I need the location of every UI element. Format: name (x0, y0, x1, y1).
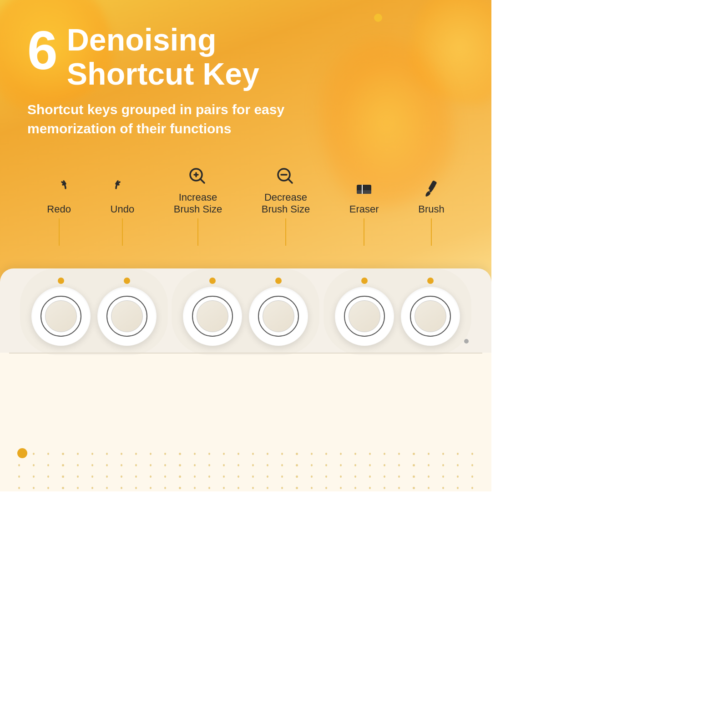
knob-brush[interactable] (401, 278, 460, 346)
knob-redo-outer (31, 287, 91, 346)
undo-connector (122, 218, 123, 246)
decrease-brush-icon (275, 164, 297, 189)
dot-row-4 (18, 487, 473, 489)
shortcut-undo: Undo (111, 176, 135, 245)
knob-decrease-brush-center (263, 300, 294, 332)
knob-brush-outer (401, 287, 460, 346)
subtitle-text: Shortcut keys grouped in pairs for easy … (27, 100, 346, 138)
heading-text-block: Denoising Shortcut Key (67, 23, 259, 91)
knob-undo-center (111, 300, 143, 332)
svg-line-3 (200, 179, 204, 183)
svg-line-6 (288, 179, 292, 183)
redo-label: Redo (47, 203, 71, 215)
knob-increase-brush-outer (183, 287, 242, 346)
knob-decrease-brush-dot (275, 278, 282, 284)
knob-decrease-brush-outer (249, 287, 308, 346)
shortcut-decrease-brush: Decrease Brush Size (262, 164, 310, 246)
eraser-icon (353, 176, 375, 201)
increase-brush-label: Increase Brush Size (174, 192, 222, 216)
title-line2: Shortcut Key (67, 56, 259, 91)
knob-eraser-ring (344, 296, 385, 337)
decrease-brush-connector (285, 218, 286, 246)
edge-indicator-dot (464, 339, 469, 344)
title-line1: Denoising (67, 22, 217, 57)
knob-brush-center (415, 300, 446, 332)
icons-row: Redo Undo Increase Brush Size (0, 164, 491, 246)
dots-grid (18, 453, 473, 482)
knob-undo-outer (97, 287, 157, 346)
knob-eraser-dot (361, 278, 368, 284)
knob-pair-eraser-brush (326, 271, 469, 353)
eraser-label: Eraser (349, 203, 379, 215)
section-number: 6 (27, 23, 58, 77)
shortcut-eraser: Eraser (349, 176, 379, 245)
knob-brush-ring (410, 296, 451, 337)
dot-row-2 (18, 464, 473, 466)
knob-redo-ring (40, 296, 81, 337)
increase-brush-connector (197, 218, 198, 246)
redo-icon (48, 176, 70, 201)
knob-pair-brush-size (174, 271, 317, 353)
heading-line1: Denoising Shortcut Key (67, 23, 259, 91)
knob-redo-center (45, 300, 77, 332)
knob-undo-ring (106, 296, 147, 337)
knob-redo-dot (58, 278, 64, 284)
knob-increase-brush[interactable] (183, 278, 242, 346)
bottom-cream-area (0, 353, 491, 491)
brush-label: Brush (418, 203, 444, 215)
knob-undo[interactable] (97, 278, 157, 346)
device-strip (0, 268, 491, 355)
knob-increase-brush-ring (192, 296, 233, 337)
shortcut-increase-brush: Increase Brush Size (174, 164, 222, 246)
eraser-connector (364, 218, 364, 246)
heading-row: 6 Denoising Shortcut Key (27, 23, 464, 91)
knob-eraser[interactable] (335, 278, 394, 346)
knob-brush-dot (427, 278, 434, 284)
knob-increase-brush-center (197, 300, 228, 332)
dot-row-3 (18, 475, 473, 478)
knob-decrease-brush-ring (258, 296, 299, 337)
redo-connector (59, 218, 60, 246)
knob-redo[interactable] (31, 278, 91, 346)
knob-eraser-center (349, 300, 380, 332)
device-separator-line (9, 353, 482, 354)
bottom-panel (0, 268, 491, 491)
shortcut-redo: Redo (47, 176, 71, 245)
shortcut-brush: Brush (418, 176, 444, 245)
undo-icon (111, 176, 133, 201)
increase-brush-icon (187, 164, 209, 189)
brush-icon (420, 176, 442, 201)
dot-row-1 (18, 453, 473, 455)
decrease-brush-label: Decrease Brush Size (262, 192, 310, 216)
knob-decrease-brush[interactable] (249, 278, 308, 346)
knob-undo-dot (124, 278, 130, 284)
accent-circle-bottom (17, 448, 27, 458)
svg-rect-8 (357, 190, 371, 194)
knob-pair-redo-undo (22, 271, 166, 353)
knob-eraser-outer (335, 287, 394, 346)
brush-connector (431, 218, 432, 246)
knob-increase-brush-dot (209, 278, 216, 284)
undo-label: Undo (111, 203, 135, 215)
